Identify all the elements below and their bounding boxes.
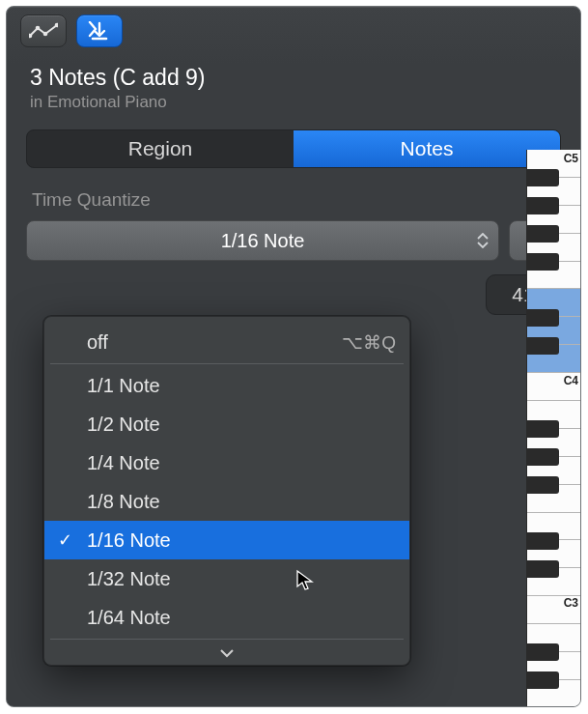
- notes-content: Time Quantize 1/16 Note Q 41: [7, 168, 580, 319]
- octave-label-c3: C3: [564, 596, 578, 610]
- inspector-window: 3 Notes (C add 9) in Emotional Piano Reg…: [6, 6, 581, 707]
- menu-scroll-down[interactable]: [44, 642, 409, 665]
- menu-item-label: 1/4 Note: [87, 452, 160, 474]
- menu-item-1-1[interactable]: 1/1 Note: [44, 366, 409, 405]
- quantize-menu: off ⌥⌘Q 1/1 Note 1/2 Note 1/4 Note 1/8 N…: [43, 316, 410, 666]
- time-quantize-label: Time Quantize: [32, 189, 561, 211]
- menu-item-off[interactable]: off ⌥⌘Q: [44, 323, 409, 361]
- key-db4: [527, 337, 559, 355]
- check-icon: ✓: [58, 529, 72, 551]
- menu-item-label: off: [87, 331, 108, 354]
- strength-row: 41: [26, 271, 561, 319]
- key-db5: [527, 169, 559, 186]
- menu-item-label: 1/32 Note: [87, 568, 171, 590]
- quantize-select-value: 1/16 Note: [221, 230, 305, 252]
- chevron-down-icon: [219, 648, 235, 658]
- key-db3: [527, 560, 559, 578]
- quantize-select[interactable]: 1/16 Note: [26, 220, 499, 261]
- midi-in-button[interactable]: [76, 14, 123, 47]
- menu-separator: [50, 639, 404, 640]
- key-bb3: [527, 420, 559, 438]
- menu-item-shortcut: ⌥⌘Q: [342, 331, 396, 354]
- stepper-arrows-icon: [477, 233, 489, 248]
- menu-item-label: 1/1 Note: [87, 375, 160, 397]
- menu-item-1-16[interactable]: ✓ 1/16 Note: [44, 521, 409, 559]
- instrument-subtitle: in Emotional Piano: [30, 93, 557, 112]
- menu-item-1-8[interactable]: 1/8 Note: [44, 482, 409, 521]
- selection-title: 3 Notes (C add 9): [30, 65, 557, 91]
- svg-point-1: [36, 26, 41, 31]
- menu-item-1-4[interactable]: 1/4 Note: [44, 443, 409, 482]
- key-gb3: [527, 476, 559, 494]
- region-notes-segmented: Region Notes: [26, 129, 561, 168]
- header: 3 Notes (C add 9) in Emotional Piano: [7, 51, 580, 120]
- piano-ruler[interactable]: C5 C4 C3: [526, 150, 580, 707]
- key-eb4: [527, 309, 559, 327]
- toolbar: [7, 7, 580, 51]
- key-ab4: [527, 225, 559, 243]
- key-bb4: [527, 197, 559, 214]
- octave-label-c4: C4: [564, 374, 578, 387]
- octave-label-c5: C5: [564, 152, 578, 165]
- tab-region[interactable]: Region: [27, 130, 294, 167]
- menu-item-1-64[interactable]: 1/64 Note: [44, 598, 409, 637]
- menu-separator: [50, 363, 404, 364]
- key-ab2: [527, 671, 559, 689]
- key-bb2: [527, 643, 559, 661]
- menu-item-1-32[interactable]: 1/32 Note: [44, 559, 409, 598]
- tab-notes[interactable]: Notes: [294, 130, 560, 167]
- menu-item-label: 1/8 Note: [87, 491, 160, 513]
- automation-curve-button[interactable]: [20, 14, 67, 47]
- menu-item-label: 1/16 Note: [87, 529, 171, 552]
- menu-item-1-2[interactable]: 1/2 Note: [44, 405, 409, 443]
- automation-curve-icon: [29, 22, 58, 40]
- key-gb4: [527, 253, 559, 271]
- menu-item-label: 1/2 Note: [87, 414, 160, 436]
- key-ab3: [527, 448, 559, 466]
- key-eb3: [527, 532, 559, 550]
- quantize-row: 1/16 Note Q: [26, 220, 561, 261]
- menu-item-label: 1/64 Note: [87, 607, 171, 629]
- svg-point-2: [43, 32, 48, 37]
- midi-in-icon: [86, 21, 113, 41]
